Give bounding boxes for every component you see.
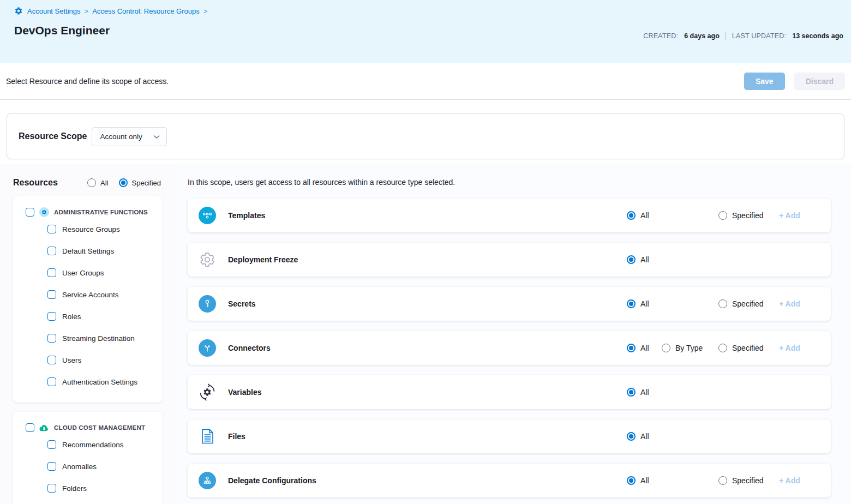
workspace: Resources All Specified ADMINISTRATIVE	[0, 164, 851, 504]
breadcrumb: Account Settings > Access Control: Resou…	[14, 7, 844, 15]
item-checkbox[interactable]	[47, 440, 56, 449]
toolbar-description: Select Resource and define its scope of …	[6, 77, 169, 86]
list-item-user-groups: User Groups	[13, 262, 163, 284]
scope-main-panel: In this scope, users get access to all r…	[175, 164, 851, 504]
radio-icon	[718, 299, 727, 308]
scope-description: In this scope, users get access to all r…	[188, 178, 831, 187]
add-button[interactable]: + Add	[779, 476, 800, 485]
radio-icon	[662, 344, 670, 352]
item-checkbox[interactable]	[47, 225, 56, 233]
resource-row-connectors: Connectors All By Type Specified + Add	[188, 331, 831, 365]
group-header: ADMINISTRATIVE FUNCTIONS	[13, 196, 163, 218]
resources-panel: Resources All Specified ADMINISTRATIVE	[0, 164, 175, 504]
connectors-icon	[199, 339, 216, 357]
group-checkbox[interactable]	[26, 208, 34, 217]
created-value: 6 days ago	[684, 32, 720, 40]
list-item-default-settings: Default Settings	[13, 240, 163, 262]
add-button[interactable]: + Add	[779, 344, 800, 352]
meta-info: CREATED: 6 days ago LAST UPDATED: 13 sec…	[643, 32, 843, 40]
discard-button[interactable]: Discard	[794, 73, 845, 90]
list-item-users: Users	[13, 349, 163, 371]
variables-icon	[199, 383, 216, 401]
resource-row-label: Delegate Configurations	[228, 476, 316, 485]
list-item-folders: Folders	[13, 477, 163, 499]
svg-text:$: $	[43, 426, 45, 431]
item-checkbox[interactable]	[47, 290, 56, 299]
radio-option-all[interactable]: All	[627, 432, 649, 441]
item-checkbox[interactable]	[47, 268, 56, 277]
list-item-service-accounts: Service Accounts	[13, 284, 163, 305]
radio-option-all[interactable]: All	[627, 299, 649, 308]
radio-icon	[627, 344, 636, 352]
resource-row-deployment-freeze: Deployment Freeze All	[188, 243, 831, 277]
deployment-freeze-icon	[199, 251, 216, 268]
resource-row-label: Variables	[228, 388, 262, 397]
secrets-icon	[199, 295, 216, 313]
resource-scope-select[interactable]: Account only	[92, 127, 166, 146]
group-label: CLOUD COST MANAGEMENT	[54, 424, 145, 431]
resource-row-variables: Variables All	[188, 375, 831, 409]
meta-divider	[726, 32, 726, 40]
item-checkbox[interactable]	[47, 247, 56, 255]
page-header: Account Settings > Access Control: Resou…	[0, 0, 851, 63]
resource-row-templates: Templates All Specified + Add	[188, 199, 831, 232]
group-header: $ CLOUD COST MANAGEMENT	[13, 412, 163, 434]
breadcrumb-separator: >	[85, 7, 89, 15]
resource-group-administrative-functions: ADMINISTRATIVE FUNCTIONS Resource Groups…	[13, 196, 163, 403]
radio-option-all[interactable]: All	[627, 476, 649, 485]
radio-icon	[718, 476, 727, 485]
list-item-streaming-destination: Streaming Destination	[13, 327, 163, 349]
radio-icon	[718, 344, 727, 352]
item-checkbox[interactable]	[47, 484, 56, 493]
resource-scope-label: Resource Scope	[19, 131, 87, 141]
save-button[interactable]: Save	[744, 73, 785, 90]
item-checkbox[interactable]	[47, 334, 56, 343]
radio-icon	[627, 211, 636, 220]
list-item-roles: Roles	[13, 305, 163, 327]
list-item-anomalies: Anomalies	[13, 455, 163, 477]
resource-row-label: Deployment Freeze	[228, 255, 298, 264]
item-checkbox[interactable]	[47, 377, 56, 386]
list-item-authentication-settings: Authentication Settings	[13, 371, 163, 393]
resources-title: Resources	[13, 178, 58, 188]
admin-functions-icon	[39, 207, 49, 217]
radio-option-specified[interactable]: Specified	[718, 476, 764, 485]
resource-scope-card: Resource Scope Account only	[7, 113, 844, 159]
radio-icon	[627, 432, 636, 441]
resources-panel-header: Resources All Specified	[0, 164, 175, 196]
resource-group-cloud-cost-management: $ CLOUD COST MANAGEMENT Recommendations …	[13, 412, 163, 504]
toolbar-actions: Save Discard	[744, 73, 845, 90]
radio-option-specified[interactable]: Specified	[718, 299, 764, 308]
cloud-cost-icon: $	[39, 423, 49, 433]
item-checkbox[interactable]	[47, 462, 56, 471]
radio-icon	[119, 178, 128, 187]
radio-icon	[87, 178, 96, 187]
radio-option-all[interactable]: All	[627, 344, 649, 352]
created-label: CREATED:	[643, 32, 678, 40]
breadcrumb-account-settings[interactable]: Account Settings	[27, 7, 81, 15]
radio-option-all[interactable]: All	[627, 388, 649, 397]
add-button[interactable]: + Add	[779, 299, 800, 308]
group-checkbox[interactable]	[26, 423, 34, 432]
resources-filter-group: All Specified	[87, 178, 161, 187]
resource-row-label: Files	[228, 432, 245, 441]
resources-filter-all[interactable]: All	[87, 178, 108, 187]
resources-filter-specified[interactable]: Specified	[119, 178, 161, 187]
resource-row-secrets: Secrets All Specified + Add	[188, 287, 831, 321]
breadcrumb-access-control[interactable]: Access Control: Resource Groups	[92, 7, 200, 15]
resource-row-label: Connectors	[228, 344, 271, 352]
add-button[interactable]: + Add	[779, 211, 800, 220]
item-checkbox[interactable]	[47, 312, 56, 321]
radio-icon	[718, 211, 727, 220]
resource-scope-selected-value: Account only	[100, 133, 142, 141]
radio-option-all[interactable]: All	[627, 255, 649, 264]
radio-option-specified[interactable]: Specified	[718, 344, 764, 352]
resource-row-files: Files All	[188, 419, 831, 453]
radio-option-all[interactable]: All	[627, 211, 649, 220]
radio-option-specified[interactable]: Specified	[718, 211, 764, 220]
action-toolbar: Select Resource and define its scope of …	[0, 63, 851, 100]
resource-row-label: Secrets	[228, 299, 256, 308]
radio-option-by-type[interactable]: By Type	[662, 344, 703, 352]
item-checkbox[interactable]	[47, 356, 56, 364]
list-item-resource-groups: Resource Groups	[13, 218, 163, 240]
